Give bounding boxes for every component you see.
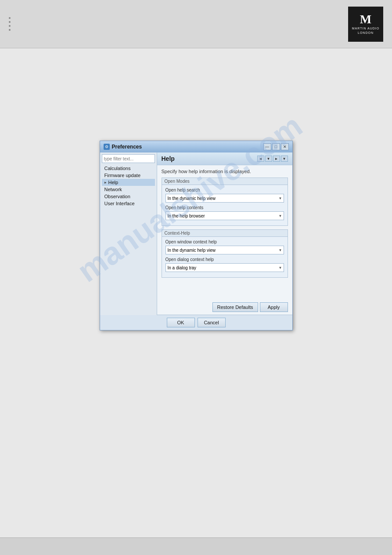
nav-arrow-help: ▸ [104, 180, 107, 185]
dot-4 [9, 29, 11, 31]
right-panel-content: Specify how help information is displaye… [157, 165, 292, 300]
nav-label-calculations: Calculations [104, 166, 131, 171]
nav-menu-button[interactable]: ▼ [281, 156, 288, 162]
top-left-area [4, 13, 11, 35]
open-dialog-context-label: Open dialog context help [165, 257, 284, 262]
context-help-group: Context-Help Open window context help In… [162, 229, 288, 278]
open-help-search-label: Open help search [165, 188, 284, 192]
close-button[interactable]: ✕ [281, 143, 289, 150]
main-content: manualshive.com ⚙ Preferences — □ ✕ [0, 48, 392, 532]
right-header-buttons[interactable]: ◄ ▼ ► ▼ [257, 156, 288, 162]
open-modes-title: Open Modes [162, 178, 288, 185]
nav-down-button[interactable]: ▼ [265, 156, 272, 162]
right-panel-title: Help [162, 155, 175, 162]
nav-label-userinterface: User Interface [104, 201, 135, 206]
nav-item-firmware[interactable]: Firmware update [102, 172, 155, 179]
left-nav-panel: Calculations Firmware update ▸ Help Netw… [100, 152, 157, 315]
open-modes-group: Open Modes Open help search In the dynam… [162, 178, 288, 226]
open-window-context-select[interactable]: In the dynamic help view In a dialog tra… [165, 246, 284, 254]
open-modes-content: Open help search In the dynamic help vie… [162, 185, 288, 225]
top-bar: M MARTIN AUDIO LONDON [0, 0, 392, 48]
dot-2 [9, 21, 11, 23]
nav-item-network[interactable]: Network [102, 186, 155, 193]
open-help-contents-select[interactable]: In the help browser In the dynamic help … [165, 211, 284, 220]
logo-line2: LONDON [358, 31, 374, 34]
nav-item-help[interactable]: ▸ Help [102, 179, 155, 186]
nav-item-userinterface[interactable]: User Interface [102, 200, 155, 207]
dot-decoration [9, 13, 11, 35]
open-help-contents-label: Open help contents [165, 205, 284, 210]
ok-button[interactable]: OK [167, 318, 195, 327]
logo-letter: M [360, 13, 371, 25]
open-help-contents-dropdown-container: In the help browser In the dynamic help … [165, 211, 284, 220]
context-help-content: Open window context help In the dynamic … [162, 237, 288, 277]
open-help-search-dropdown-container: In the dynamic help view In a dialog tra… [165, 194, 284, 203]
maximize-button[interactable]: □ [272, 143, 280, 150]
preferences-dialog-wrapper: ⚙ Preferences — □ ✕ Calculations [100, 141, 293, 330]
right-content-panel: Help ◄ ▼ ► ▼ Specify how help informatio… [157, 152, 292, 315]
logo-line1: MARTIN AUDIO [352, 27, 379, 30]
open-dialog-context-dropdown-container: In a dialog tray In the dynamic help vie… [165, 263, 284, 272]
nav-label-network: Network [104, 187, 122, 192]
dot-3 [9, 25, 11, 27]
dialog-titlebar: ⚙ Preferences — □ ✕ [100, 141, 292, 152]
filter-input[interactable] [102, 154, 155, 163]
nav-label-help: Help [108, 180, 119, 185]
dot-1 [9, 17, 11, 19]
preferences-icon: ⚙ [104, 144, 110, 150]
open-dialog-context-select[interactable]: In a dialog tray In the dynamic help vie… [165, 263, 284, 272]
apply-button[interactable]: Apply [260, 302, 288, 312]
section-description: Specify how help information is displaye… [162, 169, 288, 174]
right-panel-header: Help ◄ ▼ ► ▼ [157, 152, 292, 165]
open-help-search-select[interactable]: In the dynamic help view In a dialog tra… [165, 194, 284, 203]
context-help-title: Context-Help [162, 230, 288, 237]
preferences-dialog: ⚙ Preferences — □ ✕ Calculations [100, 141, 293, 330]
bottom-bar [0, 537, 392, 555]
martin-audio-logo: M MARTIN AUDIO LONDON [348, 7, 383, 42]
dialog-body: Calculations Firmware update ▸ Help Netw… [100, 152, 292, 315]
cancel-button[interactable]: Cancel [198, 318, 226, 327]
ok-cancel-row: OK Cancel [100, 315, 292, 330]
minimize-button[interactable]: — [263, 143, 271, 150]
dialog-title: Preferences [112, 144, 142, 150]
restore-apply-row: Restore Defaults Apply [157, 300, 292, 315]
nav-label-observation: Observation [104, 194, 130, 199]
nav-label-firmware: Firmware update [104, 173, 141, 178]
nav-back-button[interactable]: ◄ [257, 156, 264, 162]
open-window-context-dropdown-container: In the dynamic help view In a dialog tra… [165, 246, 284, 254]
open-window-context-label: Open window context help [165, 239, 284, 244]
dialog-window-controls[interactable]: — □ ✕ [263, 143, 289, 150]
nav-item-calculations[interactable]: Calculations [102, 165, 155, 172]
dialog-title-left: ⚙ Preferences [104, 144, 142, 150]
nav-fwd-button[interactable]: ► [273, 156, 280, 162]
nav-item-observation[interactable]: Observation [102, 193, 155, 200]
restore-defaults-button[interactable]: Restore Defaults [212, 302, 258, 312]
logo-text: MARTIN AUDIO LONDON [352, 26, 379, 35]
